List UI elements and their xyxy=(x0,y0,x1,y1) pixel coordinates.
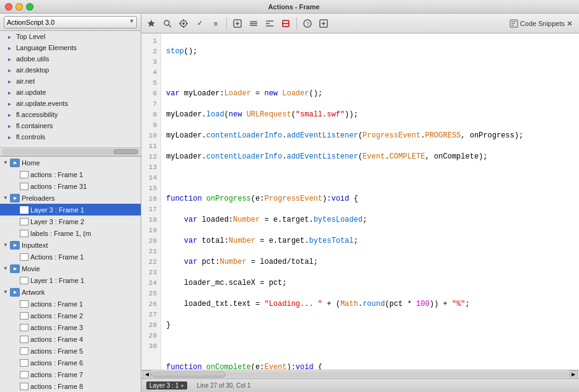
expand-script-button[interactable] xyxy=(316,16,331,31)
code-editor[interactable]: 1 2 3 4 5 6 7 8 9 10 11 12 13 14 15 16 1… xyxy=(141,33,579,370)
scroll-thumb[interactable] xyxy=(151,372,226,378)
as-version-select[interactable]: ActionScript 1.0 & 2.0 ActionScript 3.0 xyxy=(4,16,137,28)
lib-item-flcontrols[interactable]: ▸ fl.controls xyxy=(0,131,141,142)
expand-button[interactable] xyxy=(262,16,277,31)
minimize-button[interactable] xyxy=(15,3,23,11)
lib-item-flcontainers[interactable]: ▸ fl.containers xyxy=(0,120,141,131)
svg-point-0 xyxy=(164,20,169,25)
movie-icon xyxy=(10,159,20,167)
code-line-16: function onComplete(e:Event):void { xyxy=(166,362,574,370)
toggle-icon: ▼ xyxy=(2,266,9,272)
line-num-6: 6 xyxy=(141,89,161,99)
code-text-area[interactable]: stop(); var myLoader:Loader = new Loader… xyxy=(161,33,579,370)
spacer xyxy=(12,172,19,178)
line-num-30: 30 xyxy=(141,341,161,352)
tree-item-layer3-f1[interactable]: Layer 3 : Frame 1 xyxy=(0,204,141,216)
tree-item-home-actions31[interactable]: actions : Frame 31 xyxy=(0,180,141,192)
tree-item-artwork-actions2[interactable]: actions : Frame 2 xyxy=(0,310,141,321)
layer-icon xyxy=(20,324,29,331)
layer-icon xyxy=(20,300,29,308)
folder-icon: ▸ xyxy=(5,99,14,108)
lib-item-flaccessibility[interactable]: ▸ fl.accessibility xyxy=(0,109,141,120)
library-list[interactable]: ▸ Top Level ▸ Language Elements ▸ adobe.… xyxy=(0,31,141,147)
line-num-12: 12 xyxy=(141,152,161,162)
layer-icon xyxy=(20,206,29,214)
svg-line-1 xyxy=(169,25,171,27)
layer-icon xyxy=(20,371,29,378)
tree-item-artwork-actions5[interactable]: actions : Frame 5 xyxy=(0,345,141,357)
lib-item-airupdateevents[interactable]: ▸ air.update.events xyxy=(0,98,141,109)
layer-chip-label: Layer 3 : 1 xyxy=(149,382,179,389)
spacer xyxy=(12,348,19,354)
line-num-24: 24 xyxy=(141,278,161,289)
debug-button[interactable] xyxy=(230,16,245,31)
lib-item-language[interactable]: ▸ Language Elements xyxy=(0,42,141,53)
tree-item-artwork[interactable]: ▼ Artwork xyxy=(0,286,141,298)
as-version-select-wrapper[interactable]: ActionScript 1.0 & 2.0 ActionScript 3.0 … xyxy=(4,16,137,28)
code-line-3: var myLoader:Loader = new Loader(); xyxy=(166,89,574,99)
layer-icon xyxy=(20,277,29,284)
tree-item-labels[interactable]: labels : Frame 1, (m xyxy=(0,227,141,239)
tree-item-artwork-actions7[interactable]: actions : Frame 7 xyxy=(0,368,141,380)
movie-icon xyxy=(10,241,20,250)
tree-item-artwork-actions4[interactable]: actions : Frame 4 xyxy=(0,333,141,345)
horizontal-scrollbar[interactable]: ◀ ▶ xyxy=(141,370,579,378)
tree-item-artwork-actions6[interactable]: actions : Frame 6 xyxy=(0,357,141,368)
tree-item-movie[interactable]: ▼ Movie xyxy=(0,263,141,274)
line-num-26: 26 xyxy=(141,299,161,310)
toggle-icon: ▼ xyxy=(2,242,9,248)
spacer xyxy=(12,183,19,189)
spacer xyxy=(12,336,19,342)
layer-chip-close-icon[interactable]: × xyxy=(180,383,183,389)
code-line-14: } xyxy=(166,320,574,331)
timeline-tree[interactable]: ▼ Home actions : Frame 1 actions : Frame… xyxy=(0,156,141,392)
svg-text:?: ? xyxy=(306,21,309,27)
as-selector-bar: ActionScript 1.0 & 2.0 ActionScript 3.0 … xyxy=(0,14,141,31)
right-panel: ✓ ≡ ? xyxy=(141,14,579,392)
tree-item-artwork-actions8[interactable]: actions : Frame 8 xyxy=(0,380,141,392)
code-line-11: var pct:Number = loaded/total; xyxy=(166,257,574,268)
tree-item-preloaders[interactable]: ▼ Preloaders xyxy=(0,192,141,204)
script-help-button[interactable]: ? xyxy=(300,16,315,31)
collapse-all-button[interactable] xyxy=(278,16,293,31)
folder-icon: ▸ xyxy=(5,43,14,52)
check-syntax-button[interactable]: ✓ xyxy=(192,16,207,31)
tree-item-movie-layer1[interactable]: Layer 1 : Frame 1 xyxy=(0,274,141,286)
tree-item-artwork-actions3[interactable]: actions : Frame 3 xyxy=(0,321,141,333)
scroll-right-button[interactable]: ▶ xyxy=(569,370,578,379)
status-bar: Layer 3 : 1 × Line 27 of 30, Col 1 xyxy=(141,378,579,392)
autoformat-button[interactable]: ≡ xyxy=(208,16,223,31)
lib-item-adobeutils[interactable]: ▸ adobe.utils xyxy=(0,53,141,64)
tree-item-artwork-actions1[interactable]: actions : Frame 1 xyxy=(0,298,141,310)
editor-toolbar: ✓ ≡ ? xyxy=(141,14,579,33)
pin-button[interactable] xyxy=(144,16,159,31)
scroll-track[interactable] xyxy=(151,372,569,378)
lib-item-airdesktop[interactable]: ▸ air.desktop xyxy=(0,64,141,76)
line-num-22: 22 xyxy=(141,257,161,268)
lib-item-toplevel[interactable]: ▸ Top Level xyxy=(0,31,141,42)
maximize-button[interactable] xyxy=(26,3,33,11)
tree-item-inputtext[interactable]: ▼ Inputtext xyxy=(0,239,141,251)
insert-target-button[interactable] xyxy=(176,16,191,31)
tree-item-home[interactable]: ▼ Home xyxy=(0,157,141,168)
window-controls[interactable] xyxy=(5,3,33,11)
code-snippets-button[interactable]: Code Snippets xyxy=(506,18,577,29)
code-snippets-label: Code Snippets xyxy=(520,20,565,27)
tree-item-home-actions1[interactable]: actions : Frame 1 xyxy=(0,168,141,180)
lib-item-airnet[interactable]: ▸ air.net xyxy=(0,76,141,87)
scroll-left-button[interactable]: ◀ xyxy=(143,370,151,379)
lib-item-airupdate[interactable]: ▸ air.update xyxy=(0,87,141,98)
layer-icon xyxy=(20,312,29,320)
folder-icon: ▸ xyxy=(5,121,14,130)
folder-icon: ▸ xyxy=(5,133,14,141)
tree-item-layer3-f2[interactable]: Layer 3 : Frame 2 xyxy=(0,216,141,227)
code-line-6: myLoader.contentLoaderInfo.addEventListe… xyxy=(166,152,574,162)
code-line-2 xyxy=(166,68,574,78)
folder-icon: ▸ xyxy=(5,88,14,97)
title-bar: Actions - Frame xyxy=(0,0,579,14)
find-button[interactable] xyxy=(160,16,175,31)
close-button[interactable] xyxy=(5,3,12,11)
tree-item-inputtext-actions1[interactable]: Actions : Frame 1 xyxy=(0,251,141,263)
code-line-12: loader_mc.scaleX = pct; xyxy=(166,278,574,289)
collapse-button[interactable] xyxy=(246,16,261,31)
